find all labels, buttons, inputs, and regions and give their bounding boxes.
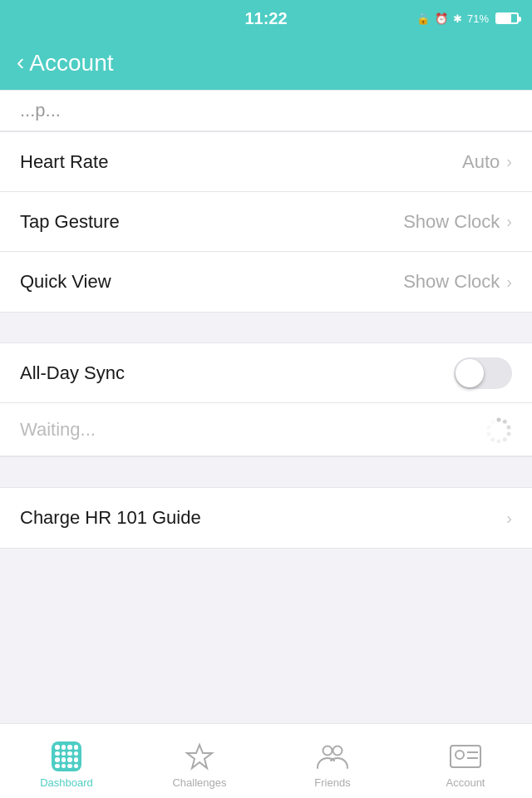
charge-hr-guide-label: Charge HR 101 Guide bbox=[20, 507, 201, 529]
tab-friends[interactable]: Friends bbox=[266, 733, 399, 789]
tab-challenges[interactable]: Challenges bbox=[133, 733, 266, 789]
friends-icon bbox=[314, 741, 351, 771]
tap-gesture-value-container: Show Clock › bbox=[403, 211, 512, 233]
settings-group-2: All-Day Sync Waiting... bbox=[0, 342, 532, 457]
svg-point-9 bbox=[490, 419, 495, 423]
battery-percent: 71% bbox=[467, 12, 489, 25]
quick-view-value-container: Show Clock › bbox=[403, 271, 512, 293]
group-spacer-2 bbox=[0, 457, 532, 487]
heart-rate-chevron: › bbox=[506, 152, 512, 171]
all-day-sync-toggle[interactable] bbox=[454, 357, 512, 389]
svg-point-7 bbox=[487, 431, 491, 436]
all-day-sync-label: All-Day Sync bbox=[20, 362, 125, 384]
tab-account-label: Account bbox=[446, 776, 485, 789]
tab-dashboard[interactable]: Dashboard bbox=[0, 733, 133, 789]
all-day-sync-row[interactable]: All-Day Sync bbox=[0, 343, 532, 403]
svg-point-6 bbox=[490, 437, 495, 441]
svg-point-4 bbox=[503, 437, 507, 441]
quick-view-label: Quick View bbox=[20, 271, 111, 293]
dashboard-icon bbox=[52, 741, 81, 771]
back-arrow-icon: ‹ bbox=[17, 49, 24, 76]
partial-top-row: ...p... bbox=[0, 90, 532, 131]
battery-icon bbox=[495, 12, 519, 24]
tab-friends-label: Friends bbox=[314, 776, 350, 789]
svg-point-11 bbox=[323, 746, 332, 756]
lock-icon: 🔒 bbox=[416, 12, 430, 25]
svg-point-3 bbox=[507, 431, 511, 436]
svg-point-5 bbox=[497, 439, 501, 443]
status-icons: 🔒 ⏰ ✱ 71% bbox=[416, 12, 519, 25]
tab-dashboard-label: Dashboard bbox=[40, 776, 93, 789]
settings-group-3: Charge HR 101 Guide › bbox=[0, 487, 532, 549]
charge-hr-guide-row[interactable]: Charge HR 101 Guide › bbox=[0, 488, 532, 548]
partial-row-label: ...p... bbox=[20, 100, 61, 121]
status-bar: 11:22 🔒 ⏰ ✱ 71% bbox=[0, 0, 532, 37]
quick-view-chevron: › bbox=[506, 273, 512, 292]
toggle-track bbox=[454, 357, 512, 389]
heart-rate-value-container: Auto › bbox=[462, 151, 512, 173]
bluetooth-icon: ✱ bbox=[453, 12, 462, 25]
spinner-icon bbox=[485, 416, 512, 443]
svg-point-8 bbox=[487, 425, 491, 429]
tab-account[interactable]: Account bbox=[399, 733, 532, 789]
challenges-icon bbox=[185, 741, 214, 771]
header-title: Account bbox=[29, 50, 113, 76]
tap-gesture-chevron: › bbox=[506, 212, 512, 231]
account-icon bbox=[448, 741, 483, 771]
waiting-row: Waiting... bbox=[0, 403, 532, 456]
toggle-thumb bbox=[456, 359, 484, 387]
svg-point-2 bbox=[507, 425, 511, 429]
svg-point-14 bbox=[456, 751, 464, 759]
tab-challenges-label: Challenges bbox=[172, 776, 226, 789]
quick-view-row[interactable]: Quick View Show Clock › bbox=[0, 252, 532, 312]
tab-bar: Dashboard Challenges Friends Account bbox=[0, 723, 532, 798]
header: ‹ Account bbox=[0, 37, 532, 90]
tap-gesture-label: Tap Gesture bbox=[20, 211, 120, 233]
heart-rate-value: Auto bbox=[462, 151, 500, 173]
charge-hr-guide-value-container: › bbox=[506, 509, 512, 528]
back-button[interactable]: ‹ Account bbox=[17, 50, 114, 76]
quick-view-value: Show Clock bbox=[403, 271, 500, 293]
status-time: 11:22 bbox=[244, 9, 287, 28]
heart-rate-row[interactable]: Heart Rate Auto › bbox=[0, 132, 532, 192]
group-spacer-1 bbox=[0, 313, 532, 342]
waiting-label: Waiting... bbox=[20, 419, 96, 441]
svg-point-0 bbox=[497, 417, 501, 421]
svg-point-12 bbox=[333, 746, 342, 756]
alarm-icon: ⏰ bbox=[435, 12, 448, 25]
charge-hr-guide-chevron: › bbox=[506, 509, 512, 528]
svg-marker-10 bbox=[187, 745, 212, 768]
svg-point-1 bbox=[503, 419, 507, 423]
tap-gesture-value: Show Clock bbox=[403, 211, 500, 233]
tap-gesture-row[interactable]: Tap Gesture Show Clock › bbox=[0, 192, 532, 252]
settings-group-1: Heart Rate Auto › Tap Gesture Show Clock… bbox=[0, 131, 532, 313]
heart-rate-label: Heart Rate bbox=[20, 151, 108, 173]
